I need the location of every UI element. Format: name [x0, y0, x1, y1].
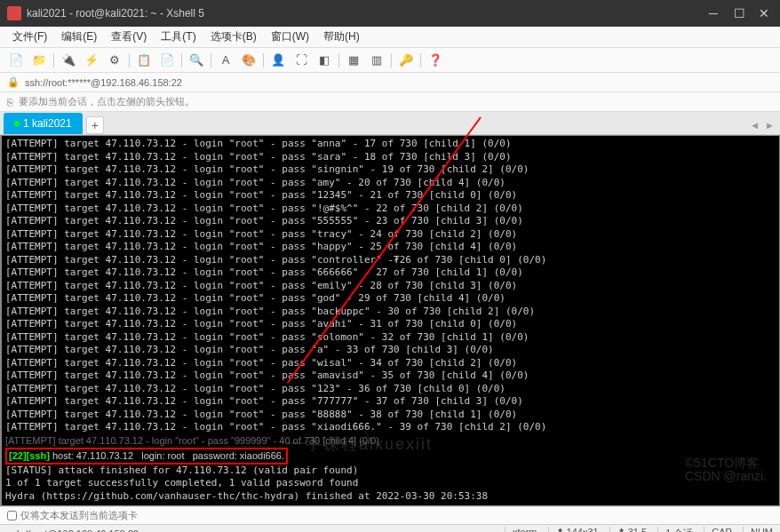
menu-view[interactable]: 查看(V)	[104, 28, 154, 46]
separator	[263, 53, 264, 67]
new-session-icon[interactable]: 📄	[7, 52, 25, 69]
tab-next-icon[interactable]: ►	[765, 120, 775, 131]
color-icon[interactable]: 🎨	[240, 52, 258, 69]
disconnect-icon[interactable]: ⚡	[83, 52, 100, 69]
tab-bar: 1 kali2021 + ◄ ►	[0, 112, 780, 135]
status-item: xterm	[505, 527, 537, 532]
find-icon[interactable]: 🔍	[187, 52, 205, 69]
status-right: xterm⬆ 144x31⬆ 31,51 会话CAPNUM	[505, 527, 773, 532]
window-controls: ─ ☐ ✕	[709, 8, 769, 19]
status-connection: ssh://root@192.168.46.158:22	[7, 528, 505, 533]
add-session-icon[interactable]: ⎘	[7, 97, 13, 107]
status-item: CAP	[704, 527, 732, 532]
close-button[interactable]: ✕	[759, 8, 769, 19]
menu-file[interactable]: 文件(F)	[5, 28, 54, 46]
key-icon[interactable]: 🔑	[397, 52, 415, 69]
menu-tools[interactable]: 工具(T)	[154, 28, 203, 46]
separator	[338, 53, 339, 67]
status-bar: ssh://root@192.168.46.158:22 xterm⬆ 144x…	[0, 524, 780, 532]
paste-icon[interactable]: 📄	[158, 52, 176, 69]
status-item: NUM	[743, 527, 773, 532]
titlebar: kali2021 - root@kali2021: ~ - Xshell 5 ─…	[0, 0, 780, 27]
send-all-checkbox[interactable]	[7, 511, 17, 520]
tab-nav-arrows[interactable]: ◄ ►	[750, 120, 775, 131]
status-item: ⬆ 31,5	[609, 527, 647, 532]
separator	[53, 53, 54, 67]
copy-icon[interactable]: 📋	[135, 52, 153, 69]
separator	[129, 53, 130, 67]
separator	[391, 53, 392, 67]
separator	[211, 53, 211, 67]
minimize-button[interactable]: ─	[709, 8, 720, 19]
address-text[interactable]: ssh://root:******@192.168.46.158:22	[25, 77, 182, 88]
layout-icon[interactable]: ▦	[345, 52, 362, 69]
hint-text: 仅将文本发送到当前选项卡	[20, 509, 138, 522]
reconnect-icon[interactable]: 🔌	[60, 52, 77, 69]
tab-prev-icon[interactable]: ◄	[750, 120, 760, 131]
hint-bar: 仅将文本发送到当前选项卡	[0, 506, 780, 524]
tip-bar: ⎘ 要添加当前会话，点击左侧的箭头按钮。	[0, 92, 780, 112]
window-title: kali2021 - root@kali2021: ~ - Xshell 5	[27, 7, 709, 20]
tile-icon[interactable]: ▥	[368, 52, 386, 69]
menu-tabs[interactable]: 选项卡(B)	[203, 28, 264, 46]
maximize-button[interactable]: ☐	[734, 8, 744, 19]
status-item: 1 会话	[657, 527, 693, 532]
menu-edit[interactable]: 编辑(E)	[54, 28, 104, 46]
transparent-icon[interactable]: ◧	[315, 52, 333, 69]
terminal[interactable]: [ATTEMPT] target 47.110.73.12 - login "r…	[0, 135, 780, 506]
tab-label: 1 kali2021	[23, 117, 72, 130]
properties-icon[interactable]: ⚙	[106, 52, 123, 69]
user-icon[interactable]: 👤	[269, 52, 287, 69]
help-icon[interactable]: ❓	[426, 52, 444, 69]
menu-help[interactable]: 帮助(H)	[316, 28, 367, 46]
status-item: ⬆ 144x31	[548, 527, 599, 532]
toolbar: 📄 📁 🔌 ⚡ ⚙ 📋 📄 🔍 A 🎨 👤 ⛶ ◧ ▦ ▥ 🔑 ❓	[0, 48, 780, 73]
lock-icon: 🔒	[7, 76, 20, 88]
address-bar: 🔒 ssh://root:******@192.168.46.158:22	[0, 73, 780, 92]
fullscreen-icon[interactable]: ⛶	[292, 52, 310, 69]
tab-session[interactable]: 1 kali2021	[4, 113, 83, 134]
tip-text: 要添加当前会话，点击左侧的箭头按钮。	[19, 95, 195, 108]
open-icon[interactable]: 📁	[30, 52, 48, 69]
app-icon	[7, 6, 21, 20]
menu-window[interactable]: 窗口(W)	[264, 28, 316, 46]
separator	[420, 53, 421, 67]
font-icon[interactable]: A	[217, 52, 235, 69]
separator	[181, 53, 182, 67]
tab-add-button[interactable]: +	[86, 116, 104, 134]
menubar: 文件(F) 编辑(E) 查看(V) 工具(T) 选项卡(B) 窗口(W) 帮助(…	[0, 27, 780, 48]
connection-status-icon	[14, 121, 20, 126]
